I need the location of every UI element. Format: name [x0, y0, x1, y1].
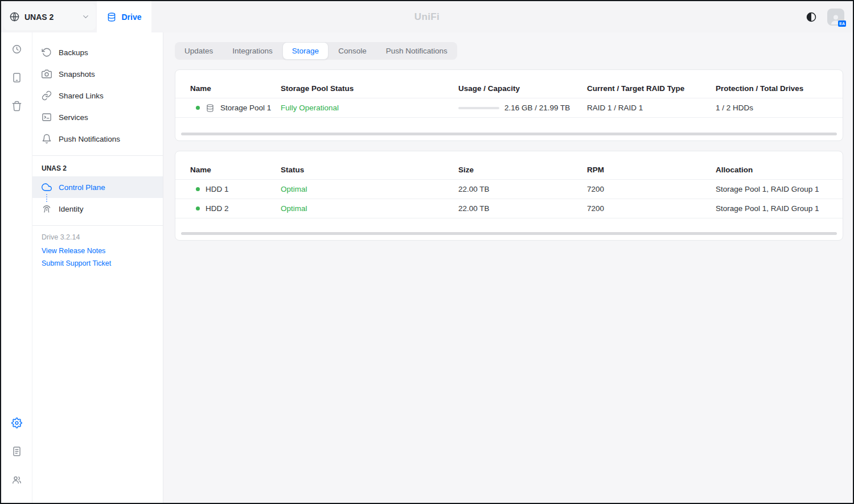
sidebar-item-label: Control Plane [59, 183, 105, 192]
drive-allocation: Storage Pool 1, RAID Group 1 [716, 185, 828, 193]
theme-contrast-toggle[interactable] [806, 11, 817, 23]
usage-progress-bar [458, 107, 499, 109]
storage-pool-row[interactable]: Storage Pool 1 Fully Operational 2.16 GB… [175, 98, 843, 118]
drive-allocation: Storage Pool 1, RAID Group 1 [716, 204, 828, 213]
drive-rpm: 7200 [587, 204, 716, 213]
sidebar-item-label: Services [59, 113, 88, 122]
drive-rpm: 7200 [587, 185, 716, 193]
sidebar-section-label: UNAS 2 [32, 156, 163, 176]
sidebar-item-backups[interactable]: Backups [32, 42, 163, 63]
view-release-notes-link[interactable]: View Release Notes [32, 245, 163, 257]
terminal-window-icon [42, 112, 52, 122]
storage-pools-header-row: Name Storage Pool Status Usage / Capacit… [175, 79, 843, 98]
column-header-name: Name [190, 166, 281, 174]
horizontal-scrollbar[interactable] [181, 133, 837, 135]
tab-integrations[interactable]: Integrations [223, 42, 282, 60]
raid-type: RAID 1 / RAID 1 [587, 104, 716, 112]
bell-icon [42, 134, 52, 144]
drive-status: Optimal [281, 185, 458, 193]
system-log-icon[interactable] [7, 441, 26, 461]
tab-push-notifications[interactable]: Push Notifications [376, 42, 457, 60]
link-icon [42, 90, 52, 101]
usage-capacity-text: 2.16 GB / 21.99 TB [504, 104, 570, 112]
backup-restore-icon [42, 47, 52, 57]
storage-pool-icon [206, 104, 215, 113]
device-selector[interactable]: UNAS 2 [3, 3, 96, 30]
sidebar-item-services[interactable]: Services [32, 106, 163, 128]
column-header-size: Size [458, 166, 587, 174]
drive-name: HDD 1 [206, 185, 229, 193]
column-header-pool-status: Storage Pool Status [281, 84, 458, 93]
topbar: UNAS 2 Drive UniFi EA [1, 1, 853, 32]
drive-row[interactable]: HDD 2 Optimal 22.00 TB 7200 Storage Pool… [175, 199, 843, 218]
column-header-status: Status [281, 166, 458, 174]
drives-card: Name Status Size RPM Allocation HDD 1 Op… [175, 151, 843, 241]
drive-size: 22.00 TB [458, 204, 587, 213]
sidebar-item-label: Push Notifications [59, 135, 120, 143]
protection-drives: 1 / 2 HDDs [716, 104, 828, 112]
trash-icon[interactable] [7, 96, 26, 115]
horizontal-scrollbar[interactable] [181, 232, 837, 235]
settings-gear-icon[interactable] [7, 413, 26, 432]
sidebar-item-shared-links[interactable]: Shared Links [32, 85, 163, 106]
column-header-rpm: RPM [587, 166, 716, 174]
status-dot-green [196, 187, 200, 191]
cloud-icon [42, 182, 52, 192]
drive-app-icon [106, 12, 117, 22]
column-header-usage-capacity: Usage / Capacity [458, 84, 587, 93]
drive-version-text: Drive 3.2.14 [32, 226, 163, 245]
submit-support-ticket-link[interactable]: Submit Support Ticket [32, 257, 163, 270]
column-header-protection-drives: Protection / Total Drives [716, 84, 828, 93]
device-name: UNAS 2 [24, 13, 54, 22]
drive-name: HDD 2 [206, 204, 229, 213]
drive-app-label: Drive [121, 13, 141, 22]
status-dot-green [196, 206, 200, 210]
tab-console[interactable]: Console [329, 42, 376, 60]
app-window: UNAS 2 Drive UniFi EA [0, 0, 854, 504]
globe-icon [9, 11, 20, 22]
status-dot-green [196, 106, 200, 110]
chevron-down-icon [81, 13, 90, 21]
column-header-name: Name [190, 84, 281, 93]
camera-icon [42, 69, 52, 79]
tab-drive-app[interactable]: Drive [97, 1, 151, 32]
pool-name: Storage Pool 1 [220, 104, 271, 112]
storage-pools-card: Name Storage Pool Status Usage / Capacit… [175, 69, 843, 141]
sidebar-item-control-plane[interactable]: Control Plane [32, 176, 163, 198]
sidebar-item-identity[interactable]: Identity [32, 198, 163, 220]
main-content: Updates Integrations Storage Console Pus… [163, 32, 853, 503]
sidebar: Backups Snapshots Shared Links Services [32, 32, 163, 503]
drive-row[interactable]: HDD 1 Optimal 22.00 TB 7200 Storage Pool… [175, 180, 843, 199]
sidebar-item-push-notifications[interactable]: Push Notifications [32, 128, 163, 150]
tab-updates[interactable]: Updates [175, 42, 223, 60]
sidebar-item-label: Identity [59, 205, 84, 213]
topbar-right: EA [806, 1, 853, 32]
tab-storage[interactable]: Storage [282, 42, 329, 60]
unifi-logo: UniFi [414, 11, 440, 23]
sidebar-item-label: Snapshots [59, 70, 95, 79]
sidebar-item-snapshots[interactable]: Snapshots [32, 63, 163, 85]
users-icon[interactable] [7, 470, 26, 489]
avatar[interactable]: EA [827, 9, 844, 26]
column-header-allocation: Allocation [716, 166, 828, 174]
drive-size: 22.00 TB [458, 185, 587, 193]
fingerprint-icon [42, 204, 52, 214]
avatar-badge: EA [838, 20, 846, 27]
settings-tab-bar: Updates Integrations Storage Console Pus… [175, 42, 457, 60]
drives-header-row: Name Status Size RPM Allocation [175, 160, 843, 180]
sidebar-item-label: Shared Links [59, 92, 104, 100]
column-header-raid-type: Current / Target RAID Type [587, 84, 716, 93]
app-body: Backups Snapshots Shared Links Services [1, 32, 853, 503]
icon-rail [1, 32, 32, 503]
history-icon[interactable] [7, 39, 26, 59]
drive-status: Optimal [281, 204, 458, 213]
pool-status: Fully Operational [281, 104, 458, 112]
sidebar-item-label: Backups [59, 48, 88, 57]
device-icon[interactable] [7, 68, 26, 87]
